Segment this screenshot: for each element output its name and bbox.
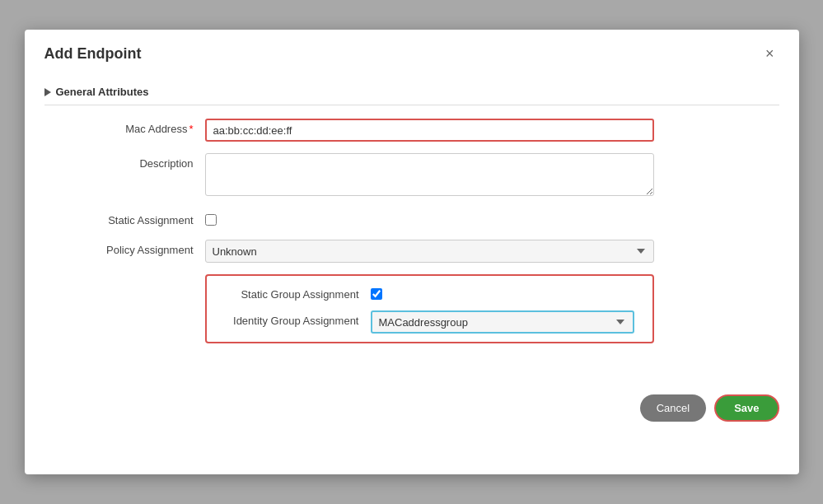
policy-assignment-label: Policy Assignment [44, 240, 205, 256]
save-button[interactable]: Save [714, 394, 779, 422]
static-assignment-field [205, 210, 779, 228]
modal-footer: Cancel Save [25, 383, 799, 438]
static-group-label: Static Group Assignment [218, 284, 371, 301]
static-group-field [371, 284, 382, 302]
description-input[interactable] [205, 153, 654, 196]
identity-group-row: Identity Group Assignment MACaddressgrou… [218, 310, 641, 334]
cancel-button[interactable]: Cancel [640, 394, 706, 422]
modal-title: Add Endpoint [44, 45, 142, 63]
collapse-icon [44, 88, 51, 96]
modal-header: Add Endpoint × [25, 30, 799, 71]
modal-body: General Attributes Mac Address* Descript… [25, 71, 799, 383]
identity-group-field: MACaddressgroup Default Other [371, 310, 634, 334]
static-assignment-row: Static Assignment [44, 210, 779, 228]
policy-assignment-select[interactable]: Unknown Default Custom [205, 240, 654, 263]
mac-address-row: Mac Address* [44, 119, 779, 142]
mac-address-field [205, 119, 779, 142]
description-row: Description [44, 153, 779, 198]
section-header: General Attributes [44, 79, 779, 105]
static-group-checkbox[interactable] [371, 288, 382, 300]
close-button[interactable]: × [760, 44, 779, 63]
required-star: * [189, 123, 193, 135]
modal-dialog: Add Endpoint × General Attributes Mac Ad… [25, 30, 799, 474]
identity-group-select[interactable]: MACaddressgroup Default Other [371, 310, 634, 334]
description-label: Description [44, 153, 205, 170]
static-group-row: Static Group Assignment [218, 284, 641, 302]
mac-address-input[interactable] [205, 119, 654, 142]
mac-address-label: Mac Address* [44, 119, 205, 135]
static-assignment-label: Static Assignment [44, 210, 205, 226]
policy-assignment-field: Unknown Default Custom [205, 240, 779, 263]
description-field [205, 153, 779, 198]
modal-overlay: Add Endpoint × General Attributes Mac Ad… [0, 0, 823, 504]
identity-group-label: Identity Group Assignment [218, 310, 371, 327]
policy-assignment-row: Policy Assignment Unknown Default Custom [44, 240, 779, 263]
section-title: General Attributes [56, 86, 149, 98]
static-assignment-checkbox[interactable] [205, 214, 217, 226]
grouped-section: Static Group Assignment Identity Group A… [205, 274, 654, 343]
